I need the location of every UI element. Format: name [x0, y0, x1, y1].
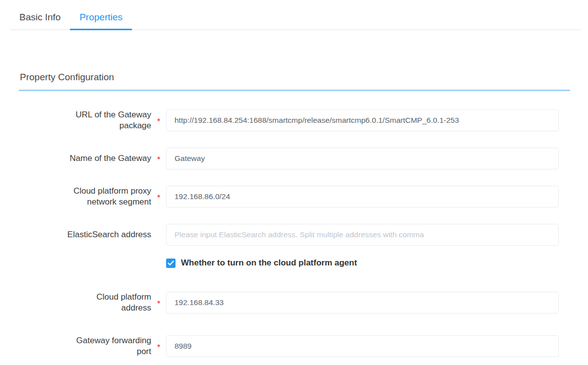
required-asterisk-placeholder — [151, 234, 166, 236]
field-row-gateway-name: Name of the Gateway * — [0, 148, 588, 169]
section-title-property-configuration: Property Configuration — [19, 72, 570, 91]
required-asterisk: * — [151, 191, 166, 202]
checkmark-icon — [168, 261, 174, 266]
required-asterisk: * — [151, 115, 166, 126]
cloud-platform-address-input[interactable] — [166, 292, 559, 313]
gateway-name-input[interactable] — [166, 148, 559, 169]
gateway-package-url-label: URL of the Gateway package — [20, 109, 151, 131]
cloud-platform-address-label: Cloud platform address — [20, 292, 151, 313]
tab-properties[interactable]: Properties — [70, 10, 132, 30]
agent-checkbox-label[interactable]: Whether to turn on the cloud platform ag… — [181, 258, 357, 268]
property-configuration-form: URL of the Gateway package * Name of the… — [0, 109, 588, 357]
tab-basic-info[interactable]: Basic Info — [10, 10, 70, 29]
elasticsearch-address-label: ElasticSearch address — [20, 229, 151, 240]
gateway-package-url-input[interactable] — [166, 109, 559, 131]
agent-checkbox-row: Whether to turn on the cloud platform ag… — [166, 258, 588, 268]
field-row-proxy-network-segment: Cloud platform proxy network segment * — [0, 186, 588, 208]
field-row-elasticsearch-address: ElasticSearch address — [0, 224, 588, 246]
required-asterisk: * — [151, 341, 166, 352]
elasticsearch-address-input[interactable] — [166, 224, 559, 246]
gateway-forwarding-port-input[interactable] — [166, 335, 559, 357]
required-asterisk: * — [151, 153, 166, 164]
field-row-gateway-forwarding-port: Gateway forwarding port * — [0, 335, 588, 357]
gateway-name-label: Name of the Gateway — [20, 153, 151, 164]
field-row-cloud-platform-address: Cloud platform address * — [0, 292, 588, 313]
proxy-network-segment-input[interactable] — [166, 186, 559, 208]
field-row-gateway-package-url: URL of the Gateway package * — [0, 109, 588, 131]
proxy-network-segment-label: Cloud platform proxy network segment — [20, 186, 151, 208]
required-asterisk: * — [151, 297, 166, 308]
agent-checkbox[interactable] — [166, 259, 176, 268]
tab-bar: Basic Info Properties — [10, 0, 581, 30]
gateway-forwarding-port-label: Gateway forwarding port — [20, 335, 151, 357]
